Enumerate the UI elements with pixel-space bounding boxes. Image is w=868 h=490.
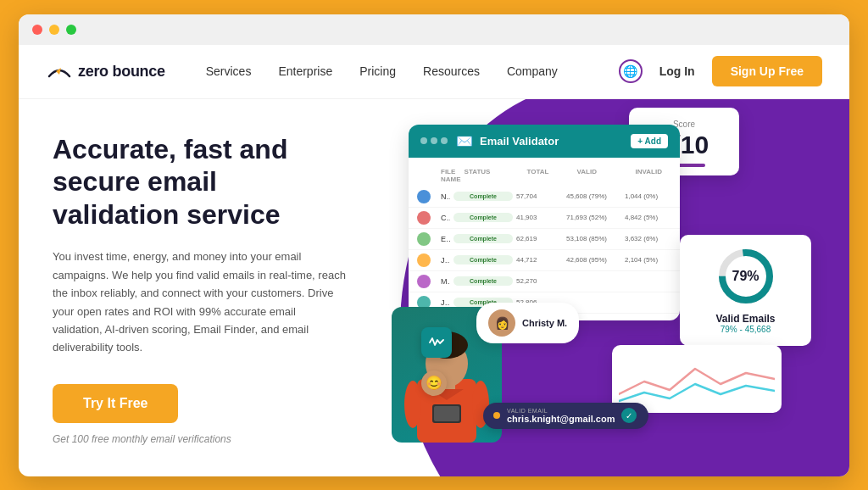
table-row: November Newsletter.xlsx Complete 57,704… [409,187,680,208]
status-badge: Complete [453,276,513,286]
row-total: 41,903 [516,214,563,221]
status-badge: Complete [453,213,513,222]
row-avatar [417,253,431,267]
signup-button[interactable]: Sign Up Free [712,56,822,86]
navbar: zero bounce Services Enterprise Pricing … [19,45,849,99]
row-name: June Newsletter.csv [441,298,450,307]
card-dot [431,137,437,144]
badge-email: chris.knight@gmail.com [507,414,615,424]
free-note: Get 100 free monthly email verifications [53,433,348,445]
row-avatar [417,190,431,203]
table-row: Company Subscribers.csv Complete 41,903 … [409,208,680,229]
logo-icon [46,61,73,81]
logo[interactable]: zero bounce [46,61,165,81]
valid-email-badge: VALID EMAIL chris.knight@gmail.com ✓ [483,403,648,429]
table-row: July Newsletter.xlsx Complete 44,712 42,… [409,250,680,271]
nav-pricing[interactable]: Pricing [359,64,396,78]
col-3: Total [527,168,574,183]
badge-dot [493,412,500,419]
donut-percent: 79% [732,269,759,284]
email-validator-card: ✉️ Email Validator + Add File Name Statu… [409,125,680,320]
row-name: Company Subscribers.csv [441,214,450,222]
activity-icon-svg [429,335,444,350]
table-row: Month Signup List Complete 52,270 [409,271,680,292]
nav-company[interactable]: Company [507,64,558,78]
col-4: Valid [577,168,632,183]
nav-resources[interactable]: Resources [423,64,480,78]
row-valid: 45,608 (79%) [566,192,621,200]
col-5: Invalid [636,168,680,183]
row-invalid: 4,842 (5%) [625,214,671,221]
row-valid: 42,608 (95%) [566,256,621,264]
activity-icon [421,327,452,358]
row-valid: 53,108 (85%) [566,235,621,242]
christy-avatar-emoji: 👩 [495,316,509,330]
col-2: Status [465,168,524,183]
globe-icon[interactable]: 🌐 [619,59,643,83]
add-button[interactable]: + Add [631,134,668,148]
badge-label: VALID EMAIL [507,408,615,414]
right-panel: Score 9/10 ✉️ Email Validato [375,99,849,476]
row-name: July Newsletter.xlsx [441,256,450,264]
browser-window: zero bounce Services Enterprise Pricing … [19,14,849,476]
browser-toolbar [19,14,849,45]
avatar-emoji: 😊 [426,375,442,391]
badge-check-icon: ✓ [621,408,637,423]
browser-content: zero bounce Services Enterprise Pricing … [19,45,849,476]
nav-services[interactable]: Services [206,64,252,78]
card-dot [441,137,448,144]
row-total: 52,270 [516,277,563,285]
row-avatar [417,232,431,246]
card-header: ✉️ Email Validator + Add [409,125,680,158]
small-avatar: 😊 [421,370,447,396]
status-badge: Complete [453,255,513,264]
svg-rect-9 [434,406,459,421]
valid-count: 79% - 45,668 [692,325,799,334]
christy-name: Christy M. [522,318,567,328]
minimize-dot[interactable] [49,25,59,35]
email-icon: ✉️ [456,133,473,149]
percent-card: 79% Valid Emails 79% - 45,668 [680,235,811,346]
table-header: File Name Status Total Valid Invalid [409,164,680,187]
row-total: 62,619 [516,235,563,242]
wave-chart [619,352,775,406]
nav-links: Services Enterprise Pricing Resources Co… [206,64,619,78]
logo-text: zero bounce [78,63,165,81]
main-content: Accurate, fast and secure email validati… [19,99,849,476]
maximize-dot[interactable] [66,25,76,35]
left-panel: Accurate, fast and secure email validati… [19,99,375,476]
col-0 [417,168,437,183]
christy-avatar: 👩 [488,309,515,337]
card-title-text: Email Validator [480,135,559,148]
badge-content: VALID EMAIL chris.knight@gmail.com [507,408,615,424]
nav-right: 🌐 Log In Sign Up Free [619,56,822,86]
card-body: File Name Status Total Valid Invalid Nov… [409,158,680,320]
row-avatar [417,211,431,225]
status-badge: Complete [453,192,513,201]
row-total: 44,712 [516,256,563,264]
donut-chart: 79% [716,247,776,306]
row-name: Month Signup List [441,277,450,286]
row-invalid: 2,104 (5%) [625,256,671,264]
row-invalid: 1,044 (0%) [625,192,671,200]
row-avatar [417,275,431,288]
hero-description: You invest time, energy, and money into … [53,248,348,357]
hero-title: Accurate, fast and secure email validati… [53,133,348,231]
card-dots [420,137,448,144]
status-badge: Complete [453,234,513,243]
row-invalid: 3,632 (6%) [625,235,671,242]
row-name: November Newsletter.xlsx [441,192,450,201]
christy-card: 👩 Christy M. [476,303,579,343]
valid-label: Valid Emails [692,313,799,325]
svg-point-6 [404,381,421,428]
card-dot [420,137,427,144]
nav-enterprise[interactable]: Enterprise [278,64,332,78]
login-link[interactable]: Log In [659,64,695,78]
try-free-button[interactable]: Try It Free [53,384,178,423]
row-valid: 71,693 (52%) [566,214,621,221]
row-name: Email list.xlsx [441,235,450,243]
col-1: File Name [441,168,461,183]
close-dot[interactable] [32,25,42,35]
card-title-area: ✉️ Email Validator [456,133,559,149]
table-row: Email list.xlsx Complete 62,619 53,108 (… [409,229,680,250]
